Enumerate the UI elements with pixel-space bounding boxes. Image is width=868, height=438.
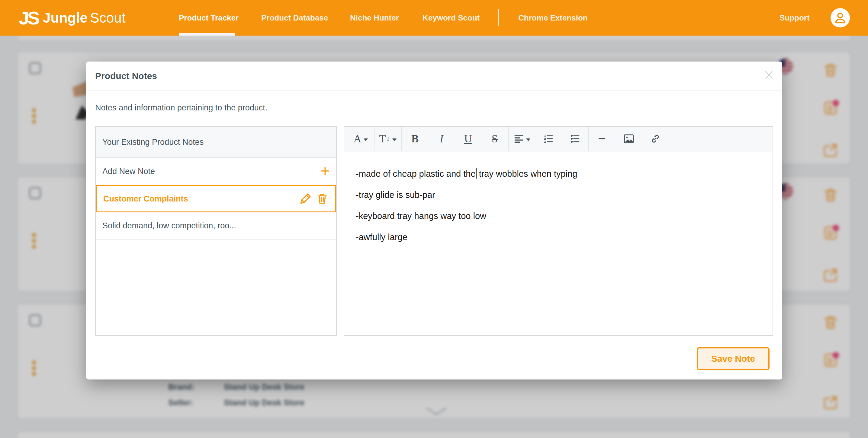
jungle-scout-logo[interactable]: JS Jungle Scout <box>19 0 126 36</box>
close-icon <box>765 70 773 79</box>
close-button[interactable] <box>764 69 774 80</box>
editor-line: -made of cheap plastic and the tray wobb… <box>356 168 761 179</box>
insert-image-button[interactable] <box>616 127 642 151</box>
add-new-note-label: Add New Note <box>102 167 321 176</box>
note-title: Solid demand, low competition, roo... <box>102 221 330 231</box>
toolbar-group-size: T ↕ <box>374 127 402 151</box>
existing-notes-panel: Your Existing Product Notes Add New Note… <box>95 126 337 336</box>
add-new-note-row[interactable]: Add New Note + <box>96 158 336 185</box>
image-icon <box>623 134 634 143</box>
ordered-list-icon <box>543 134 554 144</box>
plus-icon[interactable]: + <box>321 163 330 178</box>
font-color-button[interactable]: A <box>347 127 374 151</box>
note-item-selected[interactable]: Customer Complaints <box>96 185 336 212</box>
align-button[interactable] <box>508 127 535 151</box>
underline-icon: U <box>464 133 472 144</box>
logo-word-scout: Scout <box>90 10 126 26</box>
horizontal-rule-icon <box>598 137 606 140</box>
toolbar-group-lists <box>508 127 589 151</box>
bold-button[interactable]: B <box>402 127 428 151</box>
unordered-list-icon <box>570 134 580 144</box>
italic-icon: I <box>440 133 443 144</box>
font-size-letter: T <box>379 133 386 144</box>
chevron-down-icon <box>526 138 530 141</box>
horizontal-rule-button[interactable] <box>589 127 616 151</box>
updown-arrow-icon: ↕ <box>386 135 390 143</box>
modal-title: Product Notes <box>95 62 157 91</box>
modal-divider <box>86 91 782 91</box>
editor-line: -keyboard tray hangs way too low <box>356 210 761 222</box>
editor-toolbar: A T ↕ B I U S <box>344 127 773 151</box>
nav-support[interactable]: Support <box>779 0 810 36</box>
unordered-list-button[interactable] <box>562 127 588 151</box>
chevron-down-icon <box>392 138 397 141</box>
chevron-down-icon <box>364 138 368 141</box>
logo-word-jungle: Jungle <box>43 10 88 26</box>
nav-niche-hunter[interactable]: Niche Hunter <box>350 0 399 36</box>
strikethrough-icon: S <box>492 133 498 144</box>
person-icon <box>833 11 847 25</box>
align-left-icon <box>514 134 524 144</box>
nav-product-database[interactable]: Product Database <box>261 0 328 36</box>
product-notes-modal: Product Notes Notes and information pert… <box>86 62 782 379</box>
font-size-button[interactable]: T ↕ <box>374 127 401 151</box>
insert-link-button[interactable] <box>642 127 669 151</box>
ordered-list-button[interactable] <box>535 127 562 151</box>
top-navbar: JS Jungle Scout Product Tracker Product … <box>0 0 868 36</box>
link-icon <box>650 133 661 144</box>
nav-divider <box>498 9 499 26</box>
save-note-button[interactable]: Save Note <box>697 347 770 370</box>
toolbar-group-style: B I U S <box>402 127 508 151</box>
nav-chrome-extension[interactable]: Chrome Extension <box>518 0 588 36</box>
pencil-icon[interactable] <box>299 193 312 205</box>
modal-description: Notes and information pertaining to the … <box>95 103 267 112</box>
account-avatar[interactable] <box>831 8 850 28</box>
strikethrough-button[interactable]: S <box>482 127 508 151</box>
editor-line: -awfully large <box>356 232 761 242</box>
note-title: Customer Complaints <box>103 194 299 204</box>
nav-product-tracker[interactable]: Product Tracker <box>179 0 239 36</box>
active-tab-underline <box>179 33 235 36</box>
editor-line: -tray glide is sub-par <box>356 190 761 200</box>
underline-button[interactable]: U <box>455 127 482 151</box>
trash-icon[interactable] <box>316 193 329 205</box>
italic-button[interactable]: I <box>428 127 455 151</box>
font-color-letter: A <box>354 133 362 144</box>
app-screen: Brand: Stand Up Desk Store Seller: Stand… <box>0 0 868 438</box>
bold-icon: B <box>411 133 418 144</box>
note-item[interactable]: Solid demand, low competition, roo... <box>96 212 336 239</box>
toolbar-group-color: A <box>347 127 374 151</box>
notes-panel-header: Your Existing Product Notes <box>96 127 336 158</box>
toolbar-group-insert <box>589 127 669 151</box>
nav-keyword-scout[interactable]: Keyword Scout <box>423 0 479 36</box>
logo-js-mark: JS <box>19 7 38 29</box>
note-text-editor[interactable]: -made of cheap plastic and the tray wobb… <box>344 151 773 270</box>
note-editor-panel: A T ↕ B I U S <box>344 126 773 336</box>
